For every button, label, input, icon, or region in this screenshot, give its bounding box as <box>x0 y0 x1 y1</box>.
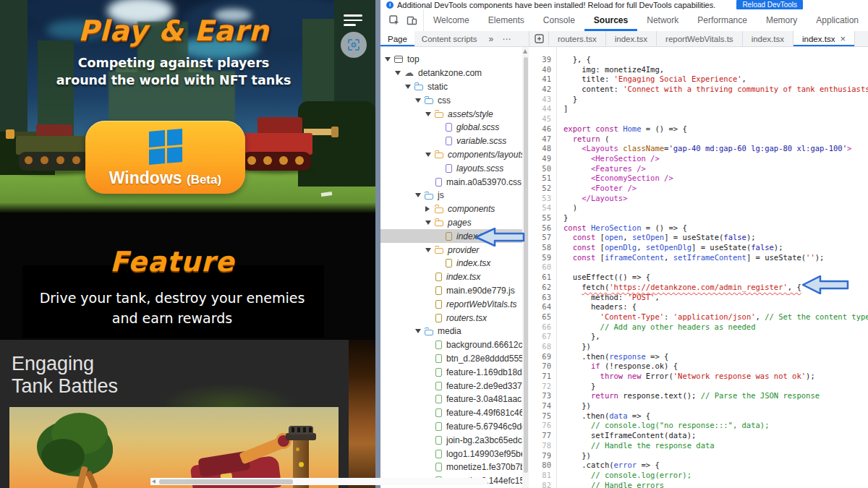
tree-item-static[interactable]: static <box>380 80 528 94</box>
line-number[interactable]: 46 <box>529 124 556 134</box>
twisty-icon[interactable] <box>425 248 431 252</box>
editor-tab-index.tsx[interactable]: index.tsx <box>743 31 793 46</box>
tree-item-monetize1.fe370b7bc[interactable]: monetize1.fe370b7bc <box>380 461 528 474</box>
tab-console[interactable]: Console <box>534 9 584 31</box>
line-number[interactable]: 72 <box>529 382 556 392</box>
tree-item-js[interactable]: js <box>380 189 528 202</box>
twisty-icon[interactable] <box>385 57 391 61</box>
line-number[interactable]: 61 <box>529 273 556 283</box>
line-number[interactable]: 64 <box>529 302 556 312</box>
tab-elements[interactable]: Elements <box>479 9 534 31</box>
line-number[interactable]: 81 <box>529 471 556 481</box>
line-number[interactable]: 79 <box>529 451 556 461</box>
scan-button[interactable] <box>341 32 367 58</box>
editor-tab-index.tsx[interactable]: index.tsx× <box>793 31 855 46</box>
line-number[interactable]: 42 <box>529 85 556 95</box>
tab-performance[interactable]: Performance <box>688 9 757 31</box>
tree-item-feature-1.169db18d2c[interactable]: feature-1.169db18d2c <box>380 365 528 379</box>
tree-item-feature-3.0a481aac1f3[interactable]: feature-3.0a481aac1f3 <box>380 393 528 406</box>
tree-item-detankzone.com[interactable]: ☁detankzone.com <box>380 67 528 80</box>
tree-item-routers.tsx[interactable]: routers.tsx <box>380 311 528 325</box>
tree-item-css[interactable]: css <box>380 93 528 107</box>
device-toolbar-icon[interactable] <box>403 12 420 29</box>
line-number[interactable]: 58 <box>529 243 556 253</box>
tree-item-provider[interactable]: provider <box>380 243 528 257</box>
tab-sources[interactable]: Sources <box>584 9 637 31</box>
tree-item-index.tsx[interactable]: index.tsx <box>380 229 528 243</box>
tree-item-assets/style[interactable]: assets/style <box>380 107 528 121</box>
line-number[interactable]: 66 <box>529 322 556 333</box>
tree-item-btn_d.28e8dddd555a3[interactable]: btn_d.28e8dddd555a3 <box>380 352 528 366</box>
line-number[interactable]: 59 <box>529 253 556 263</box>
tree-item-feature-5.67946c9ddf[interactable]: feature-5.67946c9ddf <box>380 420 528 434</box>
line-number[interactable]: 57 <box>529 233 556 243</box>
line-number[interactable]: 71 <box>529 372 556 382</box>
line-number[interactable]: 77 <box>529 431 556 441</box>
close-tab-icon[interactable]: × <box>840 34 846 43</box>
tree-item-logo1.149903ef95beb[interactable]: logo1.149903ef95beb <box>380 447 528 461</box>
line-number[interactable]: 73 <box>529 391 556 401</box>
twisty-icon[interactable] <box>425 221 431 225</box>
tree-item-media[interactable]: media <box>380 325 528 338</box>
line-number[interactable]: 44 <box>529 104 556 114</box>
twisty-icon[interactable] <box>425 112 431 116</box>
tree-item-index.tsx[interactable]: index.tsx <box>380 257 528 270</box>
line-number[interactable]: 47 <box>529 134 556 145</box>
line-number[interactable]: 60 <box>529 262 556 273</box>
line-number[interactable]: 56 <box>529 223 556 234</box>
page-scrollbar[interactable] <box>375 0 380 488</box>
tree-scrollbar-thumb[interactable] <box>524 57 528 473</box>
editor-tab-reportWebVitals.ts[interactable]: reportWebVitals.ts <box>657 31 743 46</box>
tree-item-main.e90de779.js[interactable]: main.e90de779.js <box>380 284 528 298</box>
tree-item-top[interactable]: top <box>380 53 528 67</box>
twisty-icon[interactable] <box>415 193 421 197</box>
more-tabs-chevron-icon[interactable]: » <box>485 31 498 46</box>
line-number[interactable]: 67 <box>529 332 556 342</box>
reload-devtools-button[interactable]: Reload DevTools <box>736 0 803 10</box>
tree-item-layouts.scss[interactable]: layouts.scss <box>380 161 528 175</box>
line-number[interactable]: 63 <box>529 293 556 303</box>
scroll-up-arrow-icon[interactable] <box>523 49 527 53</box>
line-number[interactable]: 65 <box>529 312 556 322</box>
tree-scrollbar[interactable] <box>522 47 529 488</box>
tab-memory[interactable]: Memory <box>757 9 807 31</box>
tree-item-main.a0a53970.css[interactable]: main.a0a53970.css <box>380 175 528 189</box>
tree-item-join-bg.2a3bc65edcac[interactable]: join-bg.2a3bc65edcac <box>380 433 528 447</box>
line-number[interactable]: 55 <box>529 213 556 223</box>
tab-page[interactable]: Page <box>380 31 414 46</box>
line-number[interactable]: 45 <box>529 114 556 124</box>
editor-tab-routers.tsx[interactable]: routers.tsx <box>549 31 606 46</box>
line-number[interactable]: 76 <box>529 421 556 431</box>
tab-application[interactable]: Application <box>807 9 868 31</box>
tab-welcome[interactable]: Welcome <box>424 9 479 31</box>
editor-horizontal-scrollbar[interactable] <box>150 478 488 485</box>
line-number[interactable]: 78 <box>529 441 556 451</box>
editor-tab-index.tsx[interactable]: index.tsx <box>606 31 657 46</box>
line-number[interactable]: 54 <box>529 203 556 213</box>
line-number[interactable]: 40 <box>529 65 556 75</box>
overflow-menu-icon[interactable]: ⋯ <box>498 31 515 46</box>
line-number[interactable]: 69 <box>529 352 556 362</box>
line-number[interactable]: 75 <box>529 411 556 421</box>
line-number[interactable]: 70 <box>529 361 556 372</box>
tab-network[interactable]: Network <box>637 9 688 31</box>
tree-item-reportWebVitals.ts[interactable]: reportWebVitals.ts <box>380 297 528 311</box>
inspect-icon[interactable] <box>386 12 403 29</box>
scroll-left-arrow-icon[interactable] <box>152 479 156 484</box>
twisty-icon[interactable] <box>415 329 421 333</box>
line-number[interactable]: 68 <box>529 342 556 352</box>
twisty-icon[interactable] <box>395 71 401 75</box>
line-number[interactable]: 80 <box>529 461 556 471</box>
line-number[interactable]: 43 <box>529 95 556 105</box>
line-number[interactable]: 49 <box>529 154 556 164</box>
line-number[interactable]: 74 <box>529 401 556 411</box>
tree-item-variable.scss[interactable]: variable.scss <box>380 134 528 148</box>
twisty-icon[interactable] <box>405 85 411 89</box>
tab-content-scripts[interactable]: Content scripts <box>414 31 485 46</box>
line-number[interactable]: 53 <box>529 194 556 204</box>
editor-scrollbar-thumb[interactable] <box>159 479 293 484</box>
hamburger-menu-icon[interactable] <box>344 14 362 27</box>
line-number[interactable]: 82 <box>529 481 556 488</box>
line-number[interactable]: 51 <box>529 174 556 184</box>
twisty-icon[interactable] <box>425 206 430 212</box>
